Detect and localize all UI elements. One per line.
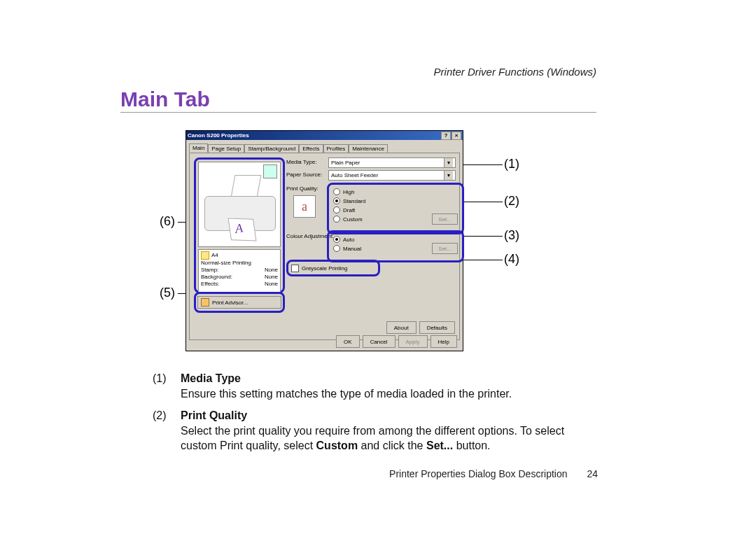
greyscale-checkbox[interactable]: Greyscale Printing <box>291 265 347 272</box>
scaling-text: Normal-size Printing <box>201 260 278 267</box>
radio-custom[interactable]: Custom Set... <box>333 215 458 223</box>
titlebar: Canon S200 Properties ? × <box>186 131 463 140</box>
radio-label: Manual <box>343 246 361 252</box>
callout-line <box>463 202 503 202</box>
page-size: A4 <box>211 252 218 258</box>
radio-label: Standard <box>343 198 365 204</box>
description-item: (2) Print Quality Select the print quali… <box>153 408 601 454</box>
print-advisor-button[interactable]: Print Advisor... <box>197 296 281 309</box>
page-size-icon <box>201 251 209 260</box>
chevron-down-icon[interactable]: ▾ <box>444 158 453 167</box>
chevron-down-icon[interactable]: ▾ <box>444 171 453 180</box>
tab-panel-main: A A4 Normal-size Printing Stamp:None Bac… <box>189 153 460 340</box>
page-number: 24 <box>587 468 598 479</box>
info-k: Background: <box>201 274 232 281</box>
help-button[interactable]: Help <box>430 335 457 348</box>
description-item: (1) Media Type Ensure this setting match… <box>153 371 601 401</box>
greyscale-label: Greyscale Printing <box>302 265 347 272</box>
print-advisor-box: Print Advisor... <box>194 292 285 313</box>
colour-set-button[interactable]: Set... <box>432 243 458 254</box>
callout-4: (4) <box>504 252 519 267</box>
radio-high[interactable]: High <box>333 188 458 196</box>
tab-effects[interactable]: Effects <box>299 144 323 153</box>
media-type-select[interactable]: Plain Paper ▾ <box>328 157 456 168</box>
description-list: (1) Media Type Ensure this setting match… <box>153 371 601 461</box>
desc-body: Ensure this setting matches the type of … <box>181 386 601 402</box>
preview-image: A <box>198 162 281 247</box>
radio-label: Auto <box>343 237 354 243</box>
callout-line <box>463 260 503 260</box>
ok-button[interactable]: OK <box>336 335 360 348</box>
quality-icon: a <box>293 195 316 218</box>
footer-text: Printer Properties Dialog Box Descriptio… <box>389 468 567 479</box>
about-button[interactable]: About <box>386 321 416 334</box>
info-k: Stamp: <box>201 267 218 274</box>
info-v: None <box>265 281 278 288</box>
callout-line <box>463 236 503 237</box>
desc-body: Select the print quality you require fro… <box>181 423 601 454</box>
greyscale-group: Greyscale Printing <box>286 260 380 276</box>
paper-source-select[interactable]: Auto Sheet Feeder ▾ <box>328 170 456 181</box>
info-k: Effects: <box>201 281 220 288</box>
callout-line <box>463 164 503 165</box>
page-title: Main Tab <box>120 87 210 111</box>
desc-text: button. <box>453 440 490 451</box>
tab-stamp-background[interactable]: Stamp/Background <box>244 144 299 153</box>
radio-manual[interactable]: Manual Set... <box>333 244 458 253</box>
running-head: Printer Driver Functions (Windows) <box>434 66 596 78</box>
desc-num: (1) <box>153 371 181 401</box>
window-title: Canon S200 Properties <box>188 132 440 139</box>
paper-source-label: Paper Source: <box>286 171 322 178</box>
advisor-icon <box>201 298 209 307</box>
callout-6: (6) <box>160 214 175 229</box>
advisor-label: Print Advisor... <box>212 300 248 306</box>
preview-box: A A4 Normal-size Printing Stamp:None Bac… <box>194 157 285 293</box>
close-icon[interactable]: × <box>451 132 461 140</box>
desc-heading: Media Type <box>181 371 601 386</box>
desc-heading: Print Quality <box>181 408 601 423</box>
callout-1: (1) <box>504 157 519 171</box>
desc-bold: Set... <box>426 440 453 451</box>
print-quality-group: High Standard Draft Custom Set... <box>327 183 464 234</box>
callout-2: (2) <box>504 194 519 209</box>
cancel-button[interactable]: Cancel <box>363 335 396 348</box>
page-icon <box>263 164 277 178</box>
help-icon[interactable]: ? <box>441 132 451 140</box>
paper-source-value: Auto Sheet Feeder <box>331 172 378 178</box>
radio-label: Custom <box>343 216 363 223</box>
desc-num: (2) <box>153 408 181 454</box>
radio-label: High <box>343 189 354 195</box>
tab-profiles[interactable]: Profiles <box>323 144 349 153</box>
tab-strip: Main Page Setup Stamp/Background Effects… <box>189 143 460 153</box>
radio-standard[interactable]: Standard <box>333 197 458 205</box>
callout-3: (3) <box>504 228 519 243</box>
radio-label: Draft <box>343 207 355 213</box>
title-rule <box>120 112 596 113</box>
footer: Printer Properties Dialog Box Descriptio… <box>389 468 598 479</box>
dialog-window: Canon S200 Properties ? × Main Page Setu… <box>186 130 463 351</box>
colour-adjustment-group: Auto Manual Set... <box>327 230 464 262</box>
apply-button[interactable]: Apply <box>398 335 428 348</box>
defaults-button[interactable]: Defaults <box>419 321 455 334</box>
media-type-value: Plain Paper <box>331 160 360 166</box>
media-type-label: Media Type: <box>286 159 316 165</box>
print-quality-label: Print Quality: <box>286 185 318 192</box>
screenshot-area: Canon S200 Properties ? × Main Page Setu… <box>186 130 462 350</box>
preview-info: A4 Normal-size Printing Stamp:None Backg… <box>198 249 281 293</box>
callout-5: (5) <box>160 286 175 300</box>
desc-bold: Custom <box>316 440 358 451</box>
info-v: None <box>265 267 278 274</box>
tab-main[interactable]: Main <box>189 143 208 153</box>
desc-text: and click the <box>358 440 426 451</box>
tab-page-setup[interactable]: Page Setup <box>208 144 244 153</box>
tab-maintenance[interactable]: Maintenance <box>349 144 388 153</box>
print-quality-set-button[interactable]: Set... <box>432 213 458 225</box>
info-v: None <box>265 274 278 281</box>
